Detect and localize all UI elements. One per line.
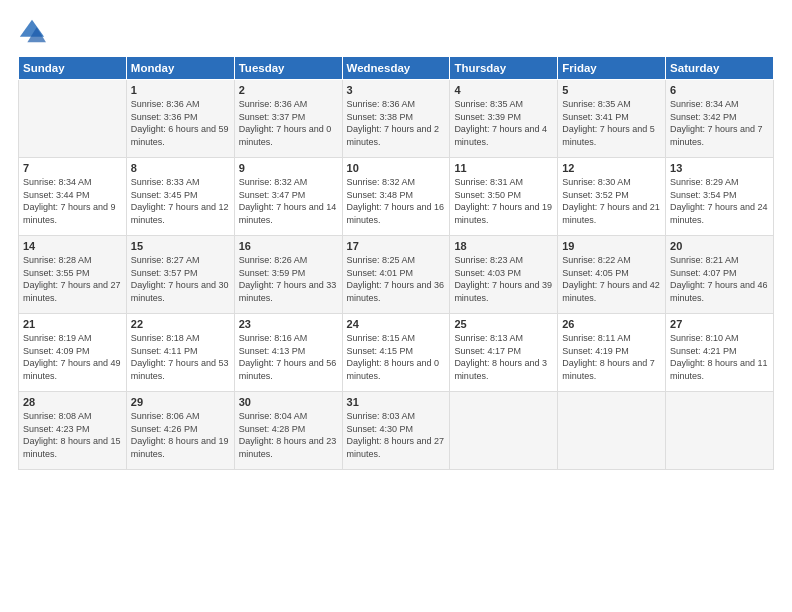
day-info: Sunrise: 8:35 AMSunset: 3:41 PMDaylight:… bbox=[562, 98, 661, 148]
week-row-3: 14Sunrise: 8:28 AMSunset: 3:55 PMDayligh… bbox=[19, 236, 774, 314]
day-cell: 26Sunrise: 8:11 AMSunset: 4:19 PMDayligh… bbox=[558, 314, 666, 392]
day-info: Sunrise: 8:34 AMSunset: 3:44 PMDaylight:… bbox=[23, 176, 122, 226]
day-cell: 22Sunrise: 8:18 AMSunset: 4:11 PMDayligh… bbox=[126, 314, 234, 392]
day-number: 3 bbox=[347, 84, 446, 96]
day-info: Sunrise: 8:36 AMSunset: 3:37 PMDaylight:… bbox=[239, 98, 338, 148]
day-number: 5 bbox=[562, 84, 661, 96]
day-cell: 6Sunrise: 8:34 AMSunset: 3:42 PMDaylight… bbox=[666, 80, 774, 158]
col-header-sunday: Sunday bbox=[19, 57, 127, 80]
day-info: Sunrise: 8:15 AMSunset: 4:15 PMDaylight:… bbox=[347, 332, 446, 382]
day-cell: 21Sunrise: 8:19 AMSunset: 4:09 PMDayligh… bbox=[19, 314, 127, 392]
col-header-wednesday: Wednesday bbox=[342, 57, 450, 80]
day-number: 19 bbox=[562, 240, 661, 252]
day-info: Sunrise: 8:35 AMSunset: 3:39 PMDaylight:… bbox=[454, 98, 553, 148]
col-header-saturday: Saturday bbox=[666, 57, 774, 80]
day-number: 23 bbox=[239, 318, 338, 330]
day-cell: 20Sunrise: 8:21 AMSunset: 4:07 PMDayligh… bbox=[666, 236, 774, 314]
day-number: 17 bbox=[347, 240, 446, 252]
day-number: 25 bbox=[454, 318, 553, 330]
day-info: Sunrise: 8:06 AMSunset: 4:26 PMDaylight:… bbox=[131, 410, 230, 460]
day-info: Sunrise: 8:32 AMSunset: 3:48 PMDaylight:… bbox=[347, 176, 446, 226]
day-cell: 28Sunrise: 8:08 AMSunset: 4:23 PMDayligh… bbox=[19, 392, 127, 470]
day-info: Sunrise: 8:34 AMSunset: 3:42 PMDaylight:… bbox=[670, 98, 769, 148]
day-info: Sunrise: 8:29 AMSunset: 3:54 PMDaylight:… bbox=[670, 176, 769, 226]
day-info: Sunrise: 8:30 AMSunset: 3:52 PMDaylight:… bbox=[562, 176, 661, 226]
col-header-thursday: Thursday bbox=[450, 57, 558, 80]
week-row-4: 21Sunrise: 8:19 AMSunset: 4:09 PMDayligh… bbox=[19, 314, 774, 392]
day-cell bbox=[558, 392, 666, 470]
day-number: 26 bbox=[562, 318, 661, 330]
logo bbox=[18, 18, 50, 46]
day-number: 20 bbox=[670, 240, 769, 252]
day-cell: 27Sunrise: 8:10 AMSunset: 4:21 PMDayligh… bbox=[666, 314, 774, 392]
day-cell: 29Sunrise: 8:06 AMSunset: 4:26 PMDayligh… bbox=[126, 392, 234, 470]
day-cell: 18Sunrise: 8:23 AMSunset: 4:03 PMDayligh… bbox=[450, 236, 558, 314]
week-row-5: 28Sunrise: 8:08 AMSunset: 4:23 PMDayligh… bbox=[19, 392, 774, 470]
day-info: Sunrise: 8:31 AMSunset: 3:50 PMDaylight:… bbox=[454, 176, 553, 226]
day-info: Sunrise: 8:26 AMSunset: 3:59 PMDaylight:… bbox=[239, 254, 338, 304]
day-number: 11 bbox=[454, 162, 553, 174]
day-number: 9 bbox=[239, 162, 338, 174]
day-info: Sunrise: 8:11 AMSunset: 4:19 PMDaylight:… bbox=[562, 332, 661, 382]
day-cell: 3Sunrise: 8:36 AMSunset: 3:38 PMDaylight… bbox=[342, 80, 450, 158]
day-cell bbox=[666, 392, 774, 470]
calendar-table: SundayMondayTuesdayWednesdayThursdayFrid… bbox=[18, 56, 774, 470]
day-info: Sunrise: 8:10 AMSunset: 4:21 PMDaylight:… bbox=[670, 332, 769, 382]
header-row: SundayMondayTuesdayWednesdayThursdayFrid… bbox=[19, 57, 774, 80]
day-cell: 17Sunrise: 8:25 AMSunset: 4:01 PMDayligh… bbox=[342, 236, 450, 314]
day-number: 1 bbox=[131, 84, 230, 96]
day-info: Sunrise: 8:19 AMSunset: 4:09 PMDaylight:… bbox=[23, 332, 122, 382]
day-cell: 19Sunrise: 8:22 AMSunset: 4:05 PMDayligh… bbox=[558, 236, 666, 314]
day-cell: 31Sunrise: 8:03 AMSunset: 4:30 PMDayligh… bbox=[342, 392, 450, 470]
day-number: 14 bbox=[23, 240, 122, 252]
day-cell: 23Sunrise: 8:16 AMSunset: 4:13 PMDayligh… bbox=[234, 314, 342, 392]
day-cell: 12Sunrise: 8:30 AMSunset: 3:52 PMDayligh… bbox=[558, 158, 666, 236]
day-number: 22 bbox=[131, 318, 230, 330]
day-number: 30 bbox=[239, 396, 338, 408]
day-info: Sunrise: 8:13 AMSunset: 4:17 PMDaylight:… bbox=[454, 332, 553, 382]
week-row-2: 7Sunrise: 8:34 AMSunset: 3:44 PMDaylight… bbox=[19, 158, 774, 236]
day-info: Sunrise: 8:03 AMSunset: 4:30 PMDaylight:… bbox=[347, 410, 446, 460]
day-number: 29 bbox=[131, 396, 230, 408]
day-info: Sunrise: 8:18 AMSunset: 4:11 PMDaylight:… bbox=[131, 332, 230, 382]
day-number: 6 bbox=[670, 84, 769, 96]
day-number: 18 bbox=[454, 240, 553, 252]
day-number: 27 bbox=[670, 318, 769, 330]
day-cell: 14Sunrise: 8:28 AMSunset: 3:55 PMDayligh… bbox=[19, 236, 127, 314]
day-info: Sunrise: 8:27 AMSunset: 3:57 PMDaylight:… bbox=[131, 254, 230, 304]
day-cell: 5Sunrise: 8:35 AMSunset: 3:41 PMDaylight… bbox=[558, 80, 666, 158]
day-number: 2 bbox=[239, 84, 338, 96]
day-cell: 1Sunrise: 8:36 AMSunset: 3:36 PMDaylight… bbox=[126, 80, 234, 158]
day-number: 4 bbox=[454, 84, 553, 96]
day-info: Sunrise: 8:28 AMSunset: 3:55 PMDaylight:… bbox=[23, 254, 122, 304]
day-number: 21 bbox=[23, 318, 122, 330]
day-info: Sunrise: 8:32 AMSunset: 3:47 PMDaylight:… bbox=[239, 176, 338, 226]
logo-icon bbox=[18, 18, 46, 46]
col-header-tuesday: Tuesday bbox=[234, 57, 342, 80]
day-cell: 9Sunrise: 8:32 AMSunset: 3:47 PMDaylight… bbox=[234, 158, 342, 236]
day-number: 7 bbox=[23, 162, 122, 174]
day-info: Sunrise: 8:36 AMSunset: 3:36 PMDaylight:… bbox=[131, 98, 230, 148]
col-header-friday: Friday bbox=[558, 57, 666, 80]
day-number: 15 bbox=[131, 240, 230, 252]
week-row-1: 1Sunrise: 8:36 AMSunset: 3:36 PMDaylight… bbox=[19, 80, 774, 158]
page: SundayMondayTuesdayWednesdayThursdayFrid… bbox=[0, 0, 792, 612]
day-info: Sunrise: 8:21 AMSunset: 4:07 PMDaylight:… bbox=[670, 254, 769, 304]
col-header-monday: Monday bbox=[126, 57, 234, 80]
day-cell: 11Sunrise: 8:31 AMSunset: 3:50 PMDayligh… bbox=[450, 158, 558, 236]
day-cell bbox=[450, 392, 558, 470]
day-number: 10 bbox=[347, 162, 446, 174]
day-info: Sunrise: 8:22 AMSunset: 4:05 PMDaylight:… bbox=[562, 254, 661, 304]
day-cell: 2Sunrise: 8:36 AMSunset: 3:37 PMDaylight… bbox=[234, 80, 342, 158]
day-cell: 25Sunrise: 8:13 AMSunset: 4:17 PMDayligh… bbox=[450, 314, 558, 392]
day-number: 8 bbox=[131, 162, 230, 174]
day-cell: 7Sunrise: 8:34 AMSunset: 3:44 PMDaylight… bbox=[19, 158, 127, 236]
day-number: 24 bbox=[347, 318, 446, 330]
day-info: Sunrise: 8:08 AMSunset: 4:23 PMDaylight:… bbox=[23, 410, 122, 460]
day-number: 28 bbox=[23, 396, 122, 408]
day-cell: 16Sunrise: 8:26 AMSunset: 3:59 PMDayligh… bbox=[234, 236, 342, 314]
day-cell: 15Sunrise: 8:27 AMSunset: 3:57 PMDayligh… bbox=[126, 236, 234, 314]
day-info: Sunrise: 8:33 AMSunset: 3:45 PMDaylight:… bbox=[131, 176, 230, 226]
day-info: Sunrise: 8:25 AMSunset: 4:01 PMDaylight:… bbox=[347, 254, 446, 304]
day-info: Sunrise: 8:23 AMSunset: 4:03 PMDaylight:… bbox=[454, 254, 553, 304]
